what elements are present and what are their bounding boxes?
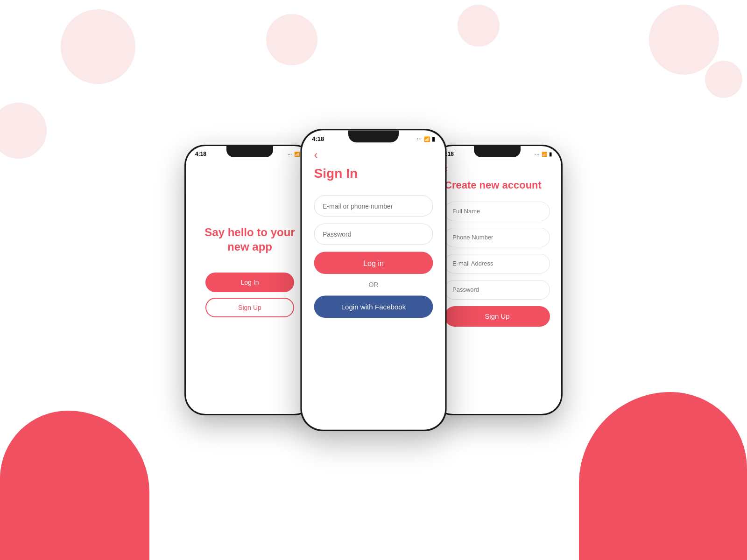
notch-3	[474, 146, 521, 157]
phone-screen-3: 4:18 ··· 📶 ▮ ‹ Create new account Sign U…	[433, 146, 561, 414]
welcome-screen: Say hello to your new app Log In Sign Up	[186, 159, 314, 383]
welcome-title: Say hello to your new app	[195, 225, 304, 254]
signin-content: ‹ Sign In Log in OR Login with Facebook	[302, 144, 445, 328]
fullname-input[interactable]	[444, 202, 550, 221]
wifi-icon-1: 📶	[294, 152, 300, 157]
welcome-signup-button[interactable]: Sign Up	[205, 298, 294, 317]
dots-icon-2: ···	[417, 137, 422, 141]
phone-create: 4:18 ··· 📶 ▮ ‹ Create new account Sign U…	[432, 145, 563, 415]
create-title: Create new account	[444, 179, 550, 192]
phone-screen-1: 4:18 ··· 📶 ▮ Say hello to your new app L…	[186, 146, 314, 414]
notch-2	[348, 130, 399, 142]
notch-1	[226, 146, 273, 157]
create-content: ‹ Create new account Sign Up	[433, 159, 561, 343]
wifi-icon-3: 📶	[542, 152, 547, 157]
signin-title: Sign In	[314, 166, 433, 181]
email-phone-input[interactable]	[314, 196, 433, 217]
dots-icon-1: ···	[288, 152, 292, 156]
phone-shell-3: 4:18 ··· 📶 ▮ ‹ Create new account Sign U…	[432, 145, 563, 415]
status-icons-2: ··· 📶 ▮	[417, 136, 435, 142]
phone-signin: 4:18 ··· 📶 ▮ ‹ Sign In Log in OR Login w…	[300, 129, 446, 431]
or-divider: OR	[314, 281, 433, 288]
password-input[interactable]	[314, 224, 433, 245]
phone-welcome: 4:18 ··· 📶 ▮ Say hello to your new app L…	[184, 145, 315, 415]
battery-icon-2: ▮	[432, 136, 435, 142]
wifi-icon-2: 📶	[424, 136, 430, 142]
phones-container: 4:18 ··· 📶 ▮ Say hello to your new app L…	[0, 0, 747, 560]
signin-back-button[interactable]: ‹	[314, 148, 318, 161]
dots-icon-3: ···	[535, 152, 540, 156]
phone-screen-2: 4:18 ··· 📶 ▮ ‹ Sign In Log in OR Login w…	[302, 130, 445, 430]
battery-icon-3: ▮	[549, 151, 552, 157]
facebook-login-button[interactable]: Login with Facebook	[314, 295, 433, 318]
email-input[interactable]	[444, 254, 550, 273]
welcome-login-button[interactable]: Log In	[205, 273, 294, 292]
login-button[interactable]: Log in	[314, 252, 433, 274]
phone-shell-2: 4:18 ··· 📶 ▮ ‹ Sign In Log in OR Login w…	[300, 129, 446, 431]
time-1: 4:18	[195, 151, 206, 157]
phone-number-input[interactable]	[444, 228, 550, 247]
time-2: 4:18	[312, 135, 324, 142]
signup-button[interactable]: Sign Up	[444, 306, 550, 327]
create-password-input[interactable]	[444, 280, 550, 300]
status-icons-3: ··· 📶 ▮	[535, 151, 552, 157]
phone-shell-1: 4:18 ··· 📶 ▮ Say hello to your new app L…	[184, 145, 315, 415]
